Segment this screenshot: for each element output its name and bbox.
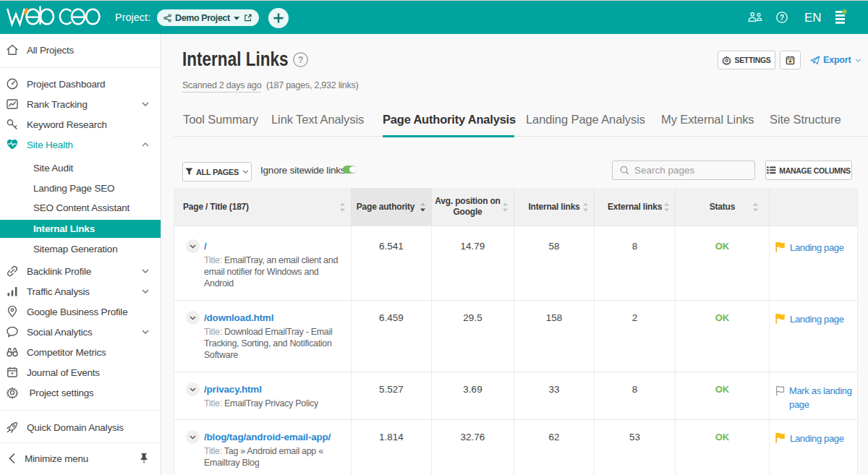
svg-text:?: ? — [298, 55, 304, 65]
svg-text:?: ? — [780, 14, 784, 22]
